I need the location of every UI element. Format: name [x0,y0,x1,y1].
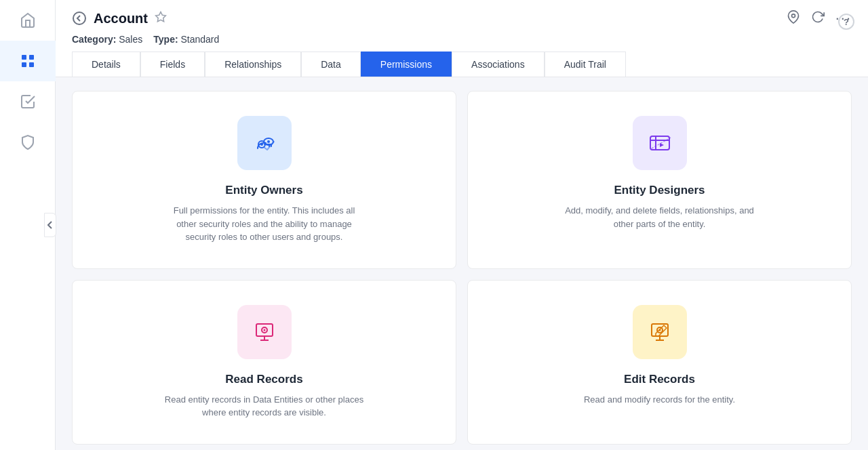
entity-designers-title: Entity Designers [614,184,705,197]
page-title: Account [94,11,148,26]
type-label: Type: [153,34,178,45]
edit-records-icon-box [633,305,687,359]
main-content: Account [56,0,868,450]
meta-row: Category: Sales Type: Standard [72,34,852,52]
permissions-content: Entity Owners Full permissions for the e… [56,77,868,450]
svg-rect-0 [22,55,26,60]
entity-designers-icon-box [633,116,687,170]
svg-rect-2 [22,62,26,67]
tab-fields[interactable]: Fields [140,52,205,77]
svg-point-6 [791,14,795,17]
svg-point-8 [267,140,270,143]
sidebar-collapse-btn[interactable] [44,213,56,237]
tab-data[interactable]: Data [301,52,361,77]
sidebar-item-tasks[interactable] [0,81,56,122]
refresh-icon[interactable] [811,10,825,27]
category-value: Sales [119,34,142,45]
read-records-icon-box [237,305,292,359]
read-records-desc: Read entity records in Data Entities or … [163,393,366,420]
entity-owners-card[interactable]: Entity Owners Full permissions for the e… [72,91,456,269]
svg-rect-3 [29,62,34,67]
category-label: Category: [72,34,116,45]
favorite-icon[interactable] [155,11,167,26]
entity-owners-title: Entity Owners [225,184,302,197]
tab-permissions[interactable]: Permissions [361,52,452,77]
location-icon[interactable] [787,10,800,27]
tab-relationships[interactable]: Relationships [205,52,301,77]
svg-point-10 [260,143,263,146]
header: Account [56,0,868,77]
tabs: Details Fields Relationships Data Permis… [72,52,852,77]
edit-records-desc: Read and modify records for the entity. [584,393,735,407]
svg-point-18 [263,329,265,331]
help-icon[interactable]: ? [838,14,854,30]
type-value: Standard [180,34,219,45]
header-actions: ··· ? [787,9,852,27]
entity-owners-desc: Full permissions for the entity. This in… [163,204,366,244]
entity-designers-card[interactable]: Entity Designers Add, modify, and delete… [467,91,852,269]
entity-owners-icon-box [237,116,292,170]
svg-point-4 [73,12,85,24]
tab-associations[interactable]: Associations [452,52,545,77]
sidebar-item-home[interactable] [0,0,56,41]
entity-designers-desc: Add, modify, and delete fields, relation… [558,204,762,230]
edit-records-title: Edit Records [624,373,695,386]
back-button[interactable] [72,11,87,26]
tab-details[interactable]: Details [72,52,140,77]
read-records-title: Read Records [225,373,302,386]
read-records-card[interactable]: Read Records Read entity records in Data… [72,280,456,445]
svg-marker-5 [156,12,166,22]
edit-records-card[interactable]: Edit Records Read and modify records for… [467,280,852,445]
svg-rect-1 [29,55,34,60]
sidebar-item-shield[interactable] [0,122,56,163]
tab-audit-trail[interactable]: Audit Trail [545,52,626,77]
sidebar-item-entities[interactable] [0,41,56,81]
